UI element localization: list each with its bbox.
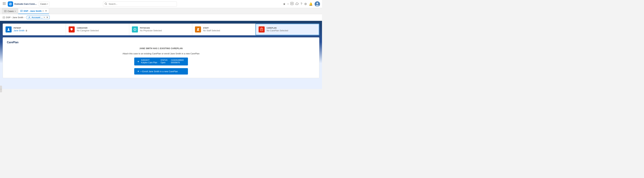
- notifications-icon[interactable]: 🔔: [309, 2, 312, 6]
- favorites-dropdown-icon[interactable]: ▾: [288, 3, 288, 5]
- careplan-card-content: CAREPLAN No CarePlan Selected: [267, 27, 288, 32]
- subject-field: SUBJECT Kalytex Care Plan: [141, 59, 157, 64]
- svg-point-6: [3, 4, 4, 5]
- cards-row: PATIENT Jane Smith 🗑 CAREGIVER No Caregi…: [3, 24, 319, 35]
- svg-point-3: [3, 3, 4, 4]
- main-content: PATIENT Jane Smith 🗑 CAREGIVER No Caregi…: [0, 21, 322, 89]
- svg-line-11: [106, 4, 107, 5]
- svg-point-5: [5, 3, 6, 4]
- svg-rect-36: [198, 28, 199, 29]
- enroll-button-label: + Enroll Jane Smith in a new CarePlan: [140, 70, 178, 73]
- breadcrumb-account-label: Account ...: [32, 16, 42, 19]
- careplan-section-title: CarePlan: [7, 41, 315, 44]
- record-plus-icon: +: [138, 60, 139, 63]
- settings-icon[interactable]: ⚙: [304, 2, 307, 6]
- nav-right-actions: ★ ▾ ? ⚙ 🔔: [283, 1, 320, 7]
- cases-nav-label: Cases: [40, 3, 46, 5]
- physician-card-content: PHYSICIAN No Physician Selected: [140, 27, 162, 32]
- patient-value-row: Jane Smith 🗑: [14, 29, 28, 32]
- patient-label: PATIENT: [14, 27, 28, 29]
- account-breadcrumb-close[interactable]: ✕: [46, 16, 48, 19]
- left-sidebar-toggle[interactable]: ›: [0, 86, 2, 89]
- svg-point-29: [29, 17, 30, 18]
- cases-nav-item[interactable]: Cases ▾: [39, 2, 50, 7]
- cases-tab-dropdown[interactable]: ▾: [15, 10, 16, 12]
- tab-bar: Cases ▾ DSP - Jane Smith ▾ ✕: [0, 8, 322, 14]
- physician-label: PHYSICIAN: [140, 27, 162, 29]
- global-search: [103, 2, 177, 7]
- tab-cases[interactable]: Cases ▾: [2, 8, 18, 14]
- careplan-icon: [258, 26, 264, 33]
- patient-value[interactable]: Jane Smith: [14, 29, 24, 32]
- svg-point-16: [316, 3, 318, 4]
- careplan-attach-message: Attach this case to an existing CarePlan…: [122, 52, 200, 55]
- patient-icon: [6, 26, 12, 33]
- caregiver-card[interactable]: CAREGIVER No Caregiver Selected: [66, 24, 129, 35]
- careplan-label: CAREPLAN: [267, 27, 288, 29]
- careplan-center-content: JANE SMITH HAS 1 EXISTING CAREPLAN Attac…: [7, 47, 315, 74]
- svg-point-7: [4, 4, 4, 5]
- physician-value: No Physician Selected: [140, 29, 162, 32]
- patient-delete-icon[interactable]: 🗑: [26, 29, 28, 32]
- svg-point-1: [4, 2, 4, 3]
- breadcrumb-separator: ›: [25, 16, 25, 19]
- existing-careplan-record[interactable]: + SUBJECT Kalytex Care Plan STATUS Open …: [134, 58, 188, 65]
- status-field: STATUS Open: [160, 59, 168, 64]
- status-label: STATUS: [160, 59, 168, 61]
- caregiver-label: CAREGIVER: [77, 27, 99, 29]
- svg-point-17: [316, 5, 319, 7]
- svg-point-8: [5, 4, 6, 5]
- careplan-card[interactable]: CAREPLAN No CarePlan Selected: [256, 24, 319, 35]
- app-name: Komodo Care Conn...: [14, 3, 37, 5]
- enroll-careplan-button[interactable]: + + Enroll Jane Smith in a new CarePlan: [134, 68, 188, 74]
- favorites-icon[interactable]: ★: [283, 2, 286, 6]
- user-avatar[interactable]: [314, 1, 320, 7]
- casenumber-field: CASENUMBER 00009876: [171, 59, 184, 64]
- dsp-jane-tab-close[interactable]: ✕: [45, 10, 47, 12]
- casenumber-label: CASENUMBER: [171, 59, 184, 61]
- careplan-existing-message: JANE SMITH HAS 1 EXISTING CAREPLAN: [140, 47, 183, 50]
- patient-card-content: PATIENT Jane Smith 🗑: [14, 27, 28, 32]
- breadcrumb-dsp[interactable]: DSP - Jane Smith: [3, 16, 23, 19]
- cases-tab-label: Cases: [8, 10, 14, 13]
- search-icon: [105, 3, 107, 5]
- breadcrumb-account[interactable]: Account ... ▾ ✕: [27, 16, 50, 19]
- caregiver-icon: [69, 26, 75, 33]
- caregiver-card-content: CAREGIVER No Caregiver Selected: [77, 27, 99, 32]
- account-breadcrumb-dropdown[interactable]: ▾: [44, 17, 45, 18]
- subject-value: Kalytex Care Plan: [141, 61, 157, 64]
- careplan-value: No CarePlan Selected: [267, 29, 288, 32]
- search-input[interactable]: [103, 2, 177, 7]
- svg-point-2: [5, 2, 6, 3]
- patient-card[interactable]: PATIENT Jane Smith 🗑: [3, 24, 66, 35]
- staff-icon: [195, 26, 201, 33]
- cases-dropdown-icon: ▾: [47, 3, 48, 5]
- svg-point-0: [3, 2, 4, 3]
- enroll-plus-icon: +: [138, 70, 139, 73]
- staff-card[interactable]: STAFF No Staff Selected: [192, 24, 256, 35]
- help-icon[interactable]: ?: [300, 2, 302, 6]
- breadcrumb-dsp-label: DSP - Jane Smith: [6, 16, 23, 19]
- casenumber-value: 00009876: [171, 61, 184, 64]
- app-logo: [8, 1, 13, 7]
- record-details: SUBJECT Kalytex Care Plan STATUS Open CA…: [141, 59, 184, 64]
- app-grid-icon[interactable]: [2, 1, 6, 7]
- svg-point-32: [134, 29, 136, 30]
- cloud-icon[interactable]: [296, 2, 298, 6]
- status-value: Open: [160, 61, 168, 64]
- tab-dsp-jane[interactable]: DSP - Jane Smith ▾ ✕: [18, 8, 49, 14]
- svg-rect-41: [261, 28, 262, 28]
- physician-card[interactable]: PHYSICIAN No Physician Selected: [129, 24, 192, 35]
- svg-point-4: [4, 3, 4, 4]
- add-icon[interactable]: [290, 2, 294, 6]
- sub-navigation: DSP - Jane Smith › Account ... ▾ ✕: [0, 14, 322, 21]
- physician-icon: [132, 26, 138, 33]
- caregiver-value: No Caregiver Selected: [77, 29, 99, 32]
- staff-label: STAFF: [203, 27, 220, 29]
- top-navigation: Komodo Care Conn... Cases ▾ ★ ▾: [0, 0, 322, 8]
- staff-value: No Staff Selected: [203, 29, 220, 32]
- staff-card-content: STAFF No Staff Selected: [203, 27, 220, 32]
- dsp-jane-tab-dropdown[interactable]: ▾: [42, 10, 44, 12]
- careplan-section: CarePlan JANE SMITH HAS 1 EXISTING CAREP…: [3, 37, 319, 78]
- dsp-jane-tab-label: DSP - Jane Smith: [24, 10, 42, 12]
